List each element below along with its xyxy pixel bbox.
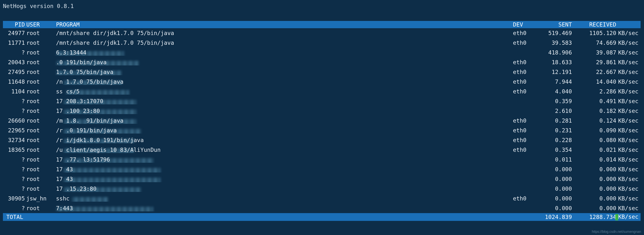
cell-sent: 0.000 xyxy=(536,195,572,202)
cell-dev: eth0 xyxy=(513,59,536,65)
cell-dev: eth0 xyxy=(513,137,536,143)
cell-user: root xyxy=(26,156,52,163)
cell-received: 0.090 xyxy=(572,127,616,134)
table-row: 18365root/u client/aegis_10_83/AliYunDun… xyxy=(3,145,640,155)
cell-received: 0.124 xyxy=(572,117,616,124)
cell-received: 29.861 xyxy=(572,59,616,65)
table-row: ?root17 208.3:170700.3590.491KB/sec xyxy=(3,96,640,106)
cell-dev: eth0 xyxy=(513,117,536,124)
cell-program: 17 .77. l3:51796 xyxy=(52,156,513,163)
cell-program: /mnt/share_dir/jdk1.7.0_75/bin/java xyxy=(52,40,513,46)
cell-unit: KB/sec xyxy=(616,127,640,134)
cell-user: root xyxy=(26,40,52,46)
process-table: PID USER PROGRAM DEV SENT RECEIVED 24977… xyxy=(3,21,640,221)
cell-dev: eth0 xyxy=(513,79,536,85)
cell-received: 0.000 xyxy=(572,176,616,182)
cell-unit: KB/sec xyxy=(616,69,640,75)
total-sent: 1024.839 xyxy=(536,214,572,220)
cell-received: 0.000 xyxy=(572,186,616,192)
cell-pid: ? xyxy=(3,166,26,173)
cell-dev: eth0 xyxy=(513,195,536,202)
cell-sent: 519.469 xyxy=(536,30,572,36)
cell-sent: 0.354 xyxy=(536,147,572,153)
cell-received: 0.080 xyxy=(572,137,616,143)
cell-pid: ? xyxy=(3,176,26,182)
cell-unit: KB/sec xyxy=(616,98,640,104)
cell-sent: 7.944 xyxy=(536,79,572,85)
cell-pid: ? xyxy=(3,186,26,192)
table-row: 20043root .0_191/bin/javaeth018.63329.86… xyxy=(3,57,640,67)
cell-received: 22.667 xyxy=(572,69,616,75)
cell-program: 1.7.0_75/bin/java xyxy=(52,69,513,75)
cell-unit: KB/sec xyxy=(616,117,640,124)
cell-sent: 0.281 xyxy=(536,117,572,124)
cell-unit: KB/sec xyxy=(616,88,640,95)
cell-sent: 39.583 xyxy=(536,40,572,46)
cell-unit: KB/sec xyxy=(616,195,640,202)
cell-user: root xyxy=(26,88,52,95)
cell-received: 0.021 xyxy=(572,147,616,153)
cell-unit: KB/sec xyxy=(616,186,640,192)
cell-pid: ? xyxy=(3,49,26,56)
header-received: RECEIVED xyxy=(572,21,616,28)
cell-user: root xyxy=(26,137,52,143)
cell-sent: 0.231 xyxy=(536,127,572,134)
cell-dev: eth0 xyxy=(513,40,536,46)
cell-received: 0.182 xyxy=(572,108,616,114)
cell-dev: eth0 xyxy=(513,69,536,75)
cell-unit: KB/sec xyxy=(616,30,640,36)
cell-pid: 11771 xyxy=(3,40,26,46)
cell-program: 17 43 xyxy=(52,166,513,173)
cell-unit: KB/sec xyxy=(616,59,640,65)
cursor-icon xyxy=(615,214,618,221)
cell-unit: KB/sec xyxy=(616,147,640,153)
cell-user: jsw_hn xyxy=(26,195,52,202)
header-sent: SENT xyxy=(536,21,572,28)
table-row: ?root17 430.0000.000KB/sec xyxy=(3,165,640,174)
table-row: 11648root/n 1.7.0_75/bin/javaeth07.94414… xyxy=(3,77,640,87)
table-row: ?root17 .100 23:802.6100.182KB/sec xyxy=(3,106,640,116)
cell-user: root xyxy=(26,176,52,182)
table-row: 27495root 1.7.0_75/bin/javaeth012.19122.… xyxy=(3,67,640,77)
cell-user: root xyxy=(26,205,52,212)
cell-received: 74.669 xyxy=(572,40,616,46)
cell-pid: 1104 xyxy=(3,88,26,95)
cell-sent: 0.011 xyxy=(536,156,572,163)
cell-pid: 11648 xyxy=(3,79,26,85)
cell-user: root xyxy=(26,147,52,153)
total-unit: KB/sec xyxy=(616,214,640,221)
cell-program: /r .0_191/bin/java xyxy=(52,127,513,134)
cell-dev: eth0 xyxy=(513,147,536,153)
header-pid: PID xyxy=(3,21,26,28)
table-row: 26660root/m 1.8.__91/bin/javaeth00.2810.… xyxy=(3,116,640,126)
total-label: TOTAL xyxy=(3,214,52,220)
cell-dev: eth0 xyxy=(513,88,536,95)
cell-user: root xyxy=(26,30,52,36)
cell-dev: eth0 xyxy=(513,30,536,36)
cell-sent: 18.633 xyxy=(536,59,572,65)
cell-sent: 0.228 xyxy=(536,137,572,143)
app-title: NetHogs version 0.8.1 xyxy=(3,3,641,9)
cell-pid: ? xyxy=(3,108,26,114)
cell-received: 2.286 xyxy=(572,88,616,95)
cell-program: ss cs/5 xyxy=(52,88,513,95)
table-row: 11771root/mnt/share_dir/jdk1.7.0_75/bin/… xyxy=(3,38,640,48)
header-user: USER xyxy=(26,21,52,28)
cell-program: 17 .15.23:80 xyxy=(52,186,513,192)
cell-user: root xyxy=(26,69,52,75)
cell-received: 0.000 xyxy=(572,195,616,202)
table-row: 1104rootss cs/5eth04.0402.286KB/sec xyxy=(3,87,640,96)
cell-pid: ? xyxy=(3,98,26,104)
cell-received: 0.000 xyxy=(572,166,616,173)
cell-user: root xyxy=(26,117,52,124)
table-row: ?root17 .15.23:800.0000.000KB/sec xyxy=(3,184,640,194)
cell-program: /mnt/share_dir/jdk1.7.0_75/bin/java xyxy=(52,30,513,36)
table-row: ?root 6.3:13444418.90639.087KB/sec xyxy=(3,48,640,57)
cell-pid: ? xyxy=(3,156,26,163)
cell-user: root xyxy=(26,166,52,173)
cell-unit: KB/sec xyxy=(616,137,640,143)
table-row: 24977root/mnt/share_dir/jdk1.7.0_75/bin/… xyxy=(3,28,640,38)
cell-sent: 4.040 xyxy=(536,88,572,95)
cell-received: 14.040 xyxy=(572,79,616,85)
cell-unit: KB/sec xyxy=(616,40,640,46)
